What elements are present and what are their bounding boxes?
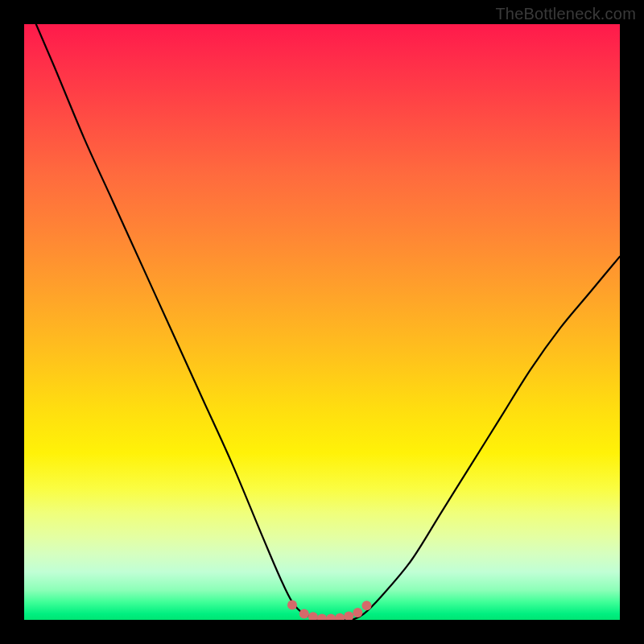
- valley-marker: [299, 609, 309, 619]
- valley-marker: [344, 612, 353, 620]
- valley-marker: [362, 601, 372, 610]
- valley-marker: [317, 614, 327, 621]
- attribution-label: TheBottleneck.com: [495, 5, 636, 23]
- valley-marker: [287, 601, 297, 610]
- bottleneck-curve-svg: [24, 24, 620, 620]
- valley-marker: [326, 614, 336, 621]
- chart-stage: TheBottleneck.com: [0, 0, 644, 644]
- plot-area: [24, 24, 620, 620]
- bottleneck-curve-path: [36, 24, 620, 620]
- valley-marker: [353, 608, 362, 617]
- valley-marker: [335, 613, 345, 620]
- valley-marker: [308, 612, 318, 620]
